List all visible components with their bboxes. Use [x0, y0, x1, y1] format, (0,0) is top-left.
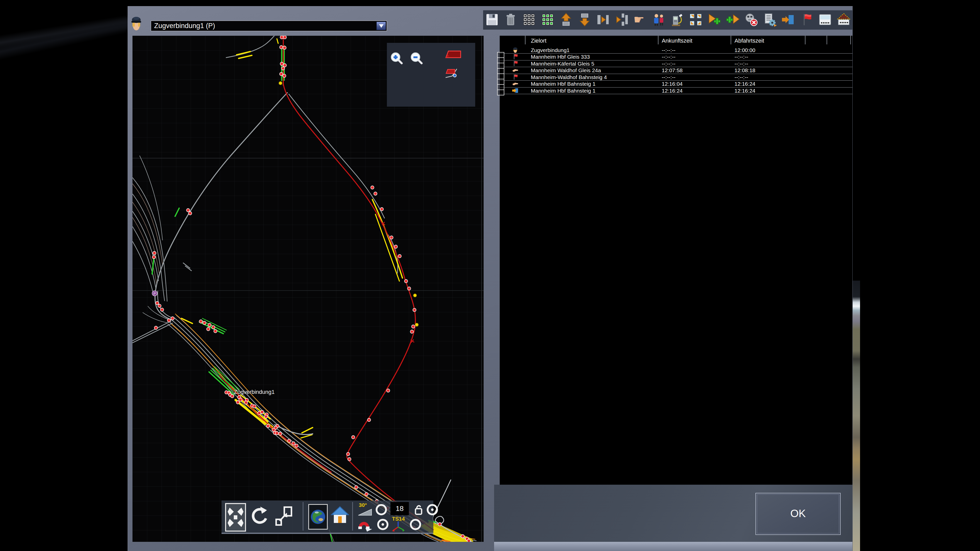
cell-zielort: Mannheim-Waldhof Bahnsteig 4	[531, 74, 607, 80]
toolbar-insert-before-button[interactable]	[596, 13, 610, 27]
cell-zielort: Mannheim Hbf Bahnsteig 1	[531, 87, 595, 94]
col-abfahrtszeit: Abfahrtszeit	[735, 38, 764, 44]
zoom-in-icon[interactable]	[389, 51, 405, 67]
toolbar-refuel-button[interactable]	[670, 13, 684, 27]
ladder-cell	[497, 63, 504, 68]
globe-view-button[interactable]	[308, 504, 328, 530]
svg-text:P: P	[153, 292, 156, 295]
main-toolbar	[483, 10, 853, 30]
cell-zielort: Zugverbindung1	[531, 47, 570, 53]
map-controls-panel	[387, 43, 475, 106]
cell-ankunftszeit: --:--:--	[662, 47, 676, 53]
ladder-cell	[497, 79, 504, 85]
toolbar-append-route-point-button[interactable]	[707, 13, 721, 27]
toolbar-route-properties-button[interactable]	[762, 13, 777, 27]
dialog-bottom-edge	[494, 542, 853, 551]
table-row[interactable]: Mannheim Hbf Bahnsteig 112:16:2412:16:24	[500, 87, 853, 94]
toolbar-timetable-grid-active-button[interactable]	[541, 13, 555, 27]
table-row[interactable]: Mannheim Hbf Bahnsteig 112:16:0412:16:24	[500, 80, 853, 87]
toolbar-timetable-grid-button[interactable]	[522, 13, 536, 27]
rotate-view-button[interactable]	[250, 506, 269, 527]
ok-button[interactable]: OK	[756, 493, 841, 535]
toolbar-move-down-button[interactable]	[578, 13, 592, 27]
cell-abfahrtszeit: 12:16:24	[735, 81, 756, 87]
pan-mode-button[interactable]	[225, 503, 246, 532]
toolbar-move-up-button[interactable]	[559, 13, 573, 27]
ladder-cell	[497, 84, 504, 90]
cell-zielort: Mannheim Hbf Bahnsteig 1	[531, 81, 595, 87]
train-selector-value: Zugverbindung1 (P)	[154, 21, 215, 31]
cell-abfahrtszeit: 12:16:24	[735, 87, 756, 94]
cell-zielort: Mannheim Hbf Gleis 333	[531, 54, 590, 60]
toolbar-save-button[interactable]	[485, 13, 499, 27]
map-view-toolbar: 30° 18 TS14	[221, 500, 433, 534]
hand-icon	[512, 67, 519, 73]
table-row[interactable]: Mannheim-Käfertal Gleis 5--:--:----:--:-…	[500, 60, 853, 67]
background-3d-scene-strip	[853, 281, 860, 551]
snap-mode-radio[interactable]	[377, 519, 388, 530]
track-map-canvas[interactable]: P Zugverbindung1	[132, 36, 484, 542]
background-scene	[0, 0, 127, 76]
cell-ankunftszeit: --:--:--	[662, 54, 676, 60]
toolbar-divider	[352, 502, 353, 530]
zoom-out-icon[interactable]	[409, 51, 425, 67]
slope-mode-radio[interactable]	[375, 504, 387, 515]
toolbar-station-sign-button[interactable]	[818, 13, 832, 27]
hand-icon	[512, 81, 519, 87]
ladder-cell	[497, 68, 504, 74]
svg-text:☛: ☛	[633, 13, 644, 26]
cell-ankunftszeit: 12:16:24	[662, 87, 682, 94]
cell-abfahrtszeit: 12:08:18	[735, 67, 756, 73]
route-segment-ladder	[497, 52, 504, 95]
flag-icon	[512, 60, 519, 67]
cell-abfahrtszeit: --:--:--	[735, 54, 748, 60]
toolbar-remove-train-button[interactable]	[744, 13, 758, 27]
cell-ankunftszeit: 12:16:04	[662, 81, 682, 87]
destination-table: Zielort Ankunftszeit Abfahrtszeit Zugver…	[500, 36, 853, 485]
toolbar-insert-after-button[interactable]	[614, 13, 629, 27]
ladder-cell	[497, 57, 504, 63]
coordinate-axes-icon	[391, 521, 405, 532]
parking-marker: P	[152, 291, 157, 296]
show-train-icon[interactable]	[445, 48, 461, 59]
table-row[interactable]: Zugverbindung1--:--:--12:00:00	[500, 47, 853, 54]
home-view-button[interactable]	[331, 506, 349, 527]
table-row[interactable]: Mannheim Hbf Gleis 333--:--:----:--:--	[500, 53, 853, 60]
ladder-cell	[497, 52, 504, 58]
slope-triangle-icon	[358, 508, 372, 516]
toolbar-goto-destination-button[interactable]	[781, 13, 795, 27]
goto-icon	[512, 87, 519, 94]
toolbar-set-flag-button[interactable]	[800, 13, 814, 27]
chevron-down-icon[interactable]	[376, 22, 386, 30]
link-views-button[interactable]	[274, 505, 293, 527]
toolbar-center-view-button[interactable]	[689, 13, 703, 27]
cell-abfahrtszeit: --:--:--	[735, 74, 748, 80]
cell-zielort: Mannheim-Käfertal Gleis 5	[531, 60, 594, 67]
toolbar-delete-button[interactable]	[504, 13, 518, 27]
table-row[interactable]: Mannheim-Waldhof Bahnsteig 4--:--:----:-…	[500, 74, 853, 81]
route-label: Zugverbindung1	[234, 389, 275, 395]
table-row[interactable]: Mannheim Waldhof Gleis 24a12:07:5812:08:…	[500, 67, 853, 74]
train-driver-avatar-icon	[130, 16, 142, 31]
grid-size-value[interactable]: 18	[390, 502, 409, 515]
cell-abfahrtszeit: --:--:--	[735, 60, 748, 67]
lock-mode-radio[interactable]	[427, 504, 438, 515]
lock-icon[interactable]	[412, 503, 425, 516]
cell-abfahrtszeit: 12:00:00	[735, 47, 756, 53]
train-selector-dropdown[interactable]: Zugverbindung1 (P)	[151, 21, 387, 31]
toolbar-passengers-button[interactable]	[652, 13, 666, 27]
follow-train-on-track-icon[interactable]	[445, 66, 460, 79]
ladder-cell	[497, 73, 504, 79]
axes-mode-radio[interactable]	[410, 519, 421, 530]
cell-ankunftszeit: --:--:--	[662, 60, 676, 67]
toolbar-insert-route-point-button[interactable]	[725, 13, 740, 27]
toolbar-select-point-button[interactable]: ☛	[633, 13, 647, 27]
toolbar-divider	[303, 502, 304, 530]
col-zielort: Zielort	[531, 38, 546, 44]
table-header: Zielort Ankunftszeit Abfahrtszeit	[500, 36, 853, 45]
flag-icon	[512, 54, 519, 60]
dialog-footer-panel: OK	[494, 485, 853, 542]
col-ankunftszeit: Ankunftszeit	[662, 38, 692, 44]
cell-zielort: Mannheim Waldhof Gleis 24a	[531, 67, 601, 73]
toolbar-depot-button[interactable]	[837, 13, 851, 27]
